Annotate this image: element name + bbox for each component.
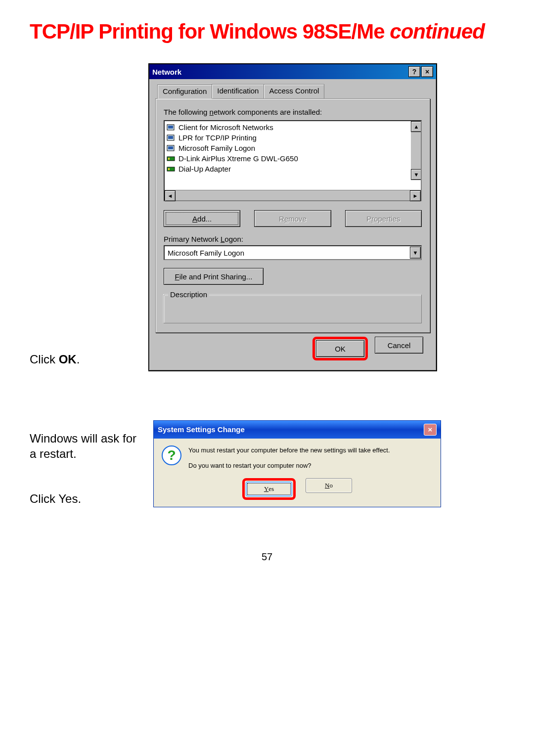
client-icon xyxy=(167,144,176,152)
caption-click-yes: Click Yes. xyxy=(30,491,138,506)
svg-rect-1 xyxy=(168,126,173,129)
callout-highlight-ok: OK xyxy=(312,337,368,360)
close-button[interactable]: × xyxy=(421,66,433,77)
close-icon[interactable]: × xyxy=(424,424,437,436)
components-listbox[interactable]: Client for Microsoft Networks LPR for TC… xyxy=(164,120,422,201)
scroll-up-icon[interactable]: ▲ xyxy=(411,121,421,132)
primary-logon-value: Microsoft Family Logon xyxy=(165,249,410,257)
xp-title: System Settings Change xyxy=(158,425,245,434)
tab-access-control[interactable]: Access Control xyxy=(264,84,324,98)
no-button[interactable]: No xyxy=(306,478,352,493)
callout-highlight-yes: Yes xyxy=(242,478,296,500)
horizontal-scrollbar[interactable]: ◄ ► xyxy=(165,190,421,200)
tab-strip: Configuration Identification Access Cont… xyxy=(157,84,430,98)
xp-titlebar[interactable]: System Settings Change × xyxy=(154,421,441,439)
xp-message: You must restart your computer before th… xyxy=(188,445,390,471)
page-heading: TCP/IP Printing for Windows 98SE/Me cont… xyxy=(30,20,504,44)
client-icon xyxy=(167,124,176,132)
list-item[interactable]: Microsoft Family Logon xyxy=(166,143,420,153)
file-print-sharing-button[interactable]: File and Print Sharing... xyxy=(164,268,264,285)
dropdown-icon[interactable]: ▼ xyxy=(410,247,421,259)
svg-rect-5 xyxy=(168,146,173,149)
heading-main: TCP/IP Printing for Windows 98SE/Me xyxy=(30,20,385,43)
caption-click-ok: Click OK. xyxy=(30,353,148,371)
network-title: Network xyxy=(152,68,181,76)
list-item[interactable]: Dial-Up Adapter xyxy=(166,164,420,174)
properties-button[interactable]: Properties xyxy=(345,210,422,227)
primary-logon-combo[interactable]: Microsoft Family Logon ▼ xyxy=(164,245,422,260)
list-item[interactable]: D-Link AirPlus Xtreme G DWL-G650 xyxy=(166,153,420,164)
vertical-scrollbar[interactable]: ▲ ▼ xyxy=(411,121,421,180)
list-item[interactable]: Client for Microsoft Networks xyxy=(166,122,420,133)
components-label: The following network components are ins… xyxy=(164,108,422,116)
cancel-button[interactable]: Cancel xyxy=(375,337,423,354)
network-titlebar[interactable]: Network ? × xyxy=(149,64,436,79)
help-button[interactable]: ? xyxy=(408,66,420,77)
client-icon xyxy=(167,134,176,142)
tab-panel: The following network components are ins… xyxy=(155,98,430,333)
system-settings-change-dialog: System Settings Change × ? You must rest… xyxy=(153,420,441,507)
svg-rect-3 xyxy=(168,136,173,139)
add-button[interactable]: Add... xyxy=(164,210,240,227)
list-item[interactable]: LPR for TCP/IP Printing xyxy=(166,133,420,143)
svg-rect-7 xyxy=(168,158,170,160)
scroll-down-icon[interactable]: ▼ xyxy=(411,169,421,180)
scroll-left-icon[interactable]: ◄ xyxy=(165,190,176,201)
description-legend: Description xyxy=(168,290,209,299)
page-number: 57 xyxy=(30,551,504,563)
primary-logon-label: Primary Network Logon: xyxy=(164,235,422,243)
tab-identification[interactable]: Identification xyxy=(212,84,264,98)
description-groupbox: Description xyxy=(164,295,422,323)
adapter-icon xyxy=(167,155,176,163)
yes-button[interactable]: Yes xyxy=(246,482,292,496)
adapter-icon xyxy=(167,165,176,173)
network-dialog: Network ? × Configuration Identification… xyxy=(148,63,437,371)
scroll-right-icon[interactable]: ► xyxy=(410,190,421,201)
remove-button[interactable]: Remove xyxy=(254,210,331,227)
caption-restart: Windows will ask for a restart. xyxy=(30,431,138,461)
question-icon: ? xyxy=(162,445,181,465)
ok-button[interactable]: OK xyxy=(316,340,364,357)
heading-continued: continued xyxy=(390,20,485,43)
tab-configuration[interactable]: Configuration xyxy=(157,85,212,99)
svg-rect-9 xyxy=(168,168,170,170)
